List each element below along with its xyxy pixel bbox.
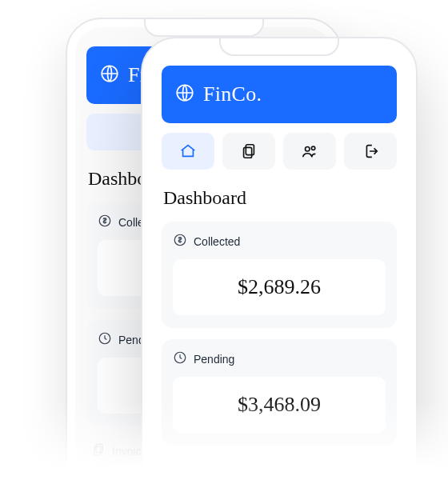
home-icon (179, 142, 197, 160)
screen-front: FinCo. (150, 46, 408, 496)
pending-label: Pending (194, 353, 234, 366)
svg-point-9 (311, 146, 314, 150)
pending-value: $3,468.09 (173, 377, 386, 433)
invoices-label: Invoices (187, 464, 228, 477)
brand-bar: FinCo. (162, 66, 397, 123)
phone-mockup-front: FinCo. (141, 37, 418, 496)
globe-icon (174, 82, 195, 106)
svg-rect-6 (246, 145, 254, 155)
collected-label: Collected (194, 235, 240, 248)
clock-icon (98, 331, 112, 348)
svg-rect-7 (244, 147, 252, 158)
phone-notch (219, 38, 339, 56)
nav-docs[interactable] (222, 133, 275, 170)
dollar-circle-icon (98, 214, 112, 230)
phone-notch (144, 19, 264, 37)
svg-point-8 (306, 147, 310, 152)
dashboard-title: Dashboard (163, 187, 395, 209)
card-collected: Collected $2,689.26 (162, 222, 397, 328)
globe-icon (99, 63, 120, 87)
brand-title: FinCo. (203, 82, 262, 106)
card-pending: Pending $3,468.09 (162, 339, 397, 446)
document-copy-icon (91, 442, 106, 459)
dollar-circle-icon (173, 233, 187, 250)
collected-value: $2,689.26 (173, 259, 386, 315)
svg-rect-4 (94, 446, 101, 455)
document-copy-icon (240, 142, 258, 160)
document-copy-icon (166, 462, 181, 478)
nav-logout[interactable] (344, 133, 397, 170)
nav-row (162, 133, 397, 170)
svg-rect-12 (171, 463, 178, 472)
clock-icon (173, 350, 187, 367)
nav-home[interactable] (162, 133, 214, 170)
svg-rect-13 (170, 466, 176, 474)
nav-customers[interactable] (283, 133, 336, 170)
invoices-row: Invoices (162, 457, 397, 478)
logout-icon (362, 142, 379, 160)
svg-rect-3 (96, 444, 102, 453)
users-icon (301, 142, 318, 160)
